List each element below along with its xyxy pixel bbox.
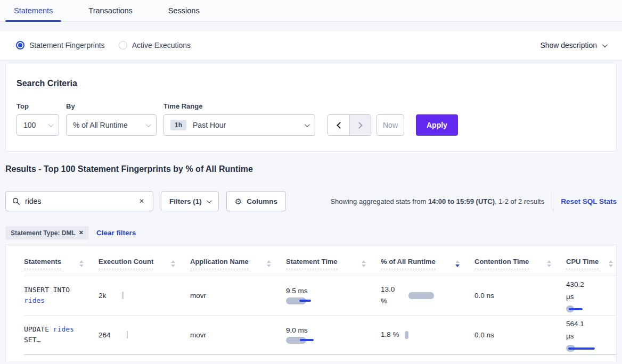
execution-count-cell: 264	[99, 315, 190, 354]
clear-search-icon[interactable]: ✕	[137, 196, 146, 206]
execution-count-cell: 2k	[99, 276, 190, 315]
time-range-select[interactable]: 1h Past Hour	[163, 114, 315, 136]
column-header-statements[interactable]: Statements	[24, 252, 99, 276]
reset-sql-stats-link[interactable]: Reset SQL Stats	[561, 197, 617, 205]
statement-cell: INSERT INTOrides	[24, 276, 99, 315]
remove-filter-icon[interactable]: ✕	[79, 229, 84, 236]
chevron-down-icon	[602, 42, 608, 47]
search-input[interactable]	[25, 197, 137, 205]
column-header-statement-time[interactable]: Statement Time	[286, 252, 381, 276]
top-select-value: 100	[23, 121, 36, 129]
time-range-label: Time Range	[163, 102, 315, 110]
view-toggle-bar: Statement FingerprintsActive Executions …	[0, 31, 622, 60]
statement-cell: UPDATE ridesSET…	[24, 315, 99, 354]
column-label[interactable]: Statements	[24, 258, 61, 269]
filters-button[interactable]: Filters (1)	[161, 191, 219, 211]
tab-statements[interactable]: Statements	[5, 0, 61, 21]
radio-statement-fingerprints[interactable]: Statement Fingerprints	[16, 41, 105, 49]
by-select-value: % of All Runtime	[73, 121, 128, 129]
value-bar	[286, 337, 306, 344]
gear-icon: ⚙	[235, 197, 242, 205]
column-label[interactable]: Contention Time	[474, 258, 529, 269]
sort-icon[interactable]	[171, 260, 175, 267]
radio-label: Statement Fingerprints	[29, 41, 105, 49]
statement-text: UPDATE	[24, 325, 53, 333]
contention-time-cell: 0.0 ns	[474, 276, 566, 315]
pct-runtime-cell: 1.8 %	[381, 315, 474, 354]
sort-icon[interactable]	[362, 260, 366, 267]
value-bar	[405, 331, 408, 339]
by-field: By % of All Runtime	[66, 102, 157, 136]
column-header-execution-count[interactable]: Execution Count	[99, 252, 190, 276]
sort-icon[interactable]	[547, 260, 551, 267]
radio-icon	[119, 41, 127, 49]
sort-icon[interactable]	[455, 260, 460, 267]
time-range-field: Time Range 1h Past Hour	[163, 102, 315, 136]
radio-active-executions[interactable]: Active Executions	[119, 41, 191, 49]
statement-time-cell: 9.5 ms	[286, 276, 381, 315]
columns-button[interactable]: ⚙ Columns	[226, 191, 286, 211]
chevron-down-icon	[48, 122, 54, 127]
top-field: Top 100	[17, 102, 59, 136]
radio-label: Active Executions	[132, 41, 191, 49]
table-row: INSERT INTOrides2kmovr9.5 ms13.0 %0.0 ns…	[24, 276, 616, 315]
value-bar	[408, 292, 434, 299]
statement-text: SET…	[24, 336, 40, 344]
column-header-cpu-time[interactable]: CPU Time	[566, 252, 616, 276]
top-select[interactable]: 100	[17, 114, 59, 136]
apply-button[interactable]: Apply	[416, 114, 458, 136]
statement-link[interactable]: rides	[53, 325, 74, 333]
columns-label: Columns	[247, 197, 277, 205]
search-criteria-card: Search Criteria Top 100 By % of All Runt…	[5, 63, 617, 152]
column-label[interactable]: Execution Count	[99, 258, 153, 269]
show-description-label: Show description	[540, 41, 597, 49]
sort-icon[interactable]	[609, 260, 613, 267]
search-icon	[12, 197, 20, 205]
time-range-value: Past Hour	[193, 121, 226, 129]
contention-time-cell: 0.0 ns	[474, 315, 566, 354]
clear-filters-link[interactable]: Clear filters	[96, 229, 136, 237]
by-select[interactable]: % of All Runtime	[66, 114, 157, 136]
column-label[interactable]: Statement Time	[286, 258, 338, 269]
results-toolbar: ✕ Filters (1) ⚙ Columns Showing aggregat…	[5, 191, 617, 212]
search-box[interactable]: ✕	[5, 191, 153, 211]
by-label: By	[66, 102, 157, 110]
previous-time-button[interactable]	[328, 115, 349, 135]
top-label: Top	[17, 102, 59, 110]
sort-icon[interactable]	[79, 260, 84, 267]
column-label[interactable]: Application Name	[190, 258, 249, 269]
column-header-application-name[interactable]: Application Name	[190, 252, 286, 276]
count-bar	[122, 292, 124, 299]
column-header--of-all-runtime[interactable]: % of All Runtime	[381, 252, 474, 276]
time-range-badge: 1h	[170, 120, 186, 130]
next-time-button[interactable]	[349, 115, 371, 135]
results-heading: Results - Top 100 Statement Fingerprints…	[5, 164, 617, 175]
status-text: Showing aggregated stats from 14:00 to 1…	[330, 197, 544, 205]
cpu-time-cell: 564.1 µs	[566, 315, 616, 354]
column-label[interactable]: CPU Time	[566, 258, 599, 269]
statements-table-card: StatementsExecution CountApplication Nam…	[5, 245, 617, 361]
chevron-down-icon	[207, 198, 212, 203]
tab-transactions[interactable]: Transactions	[80, 0, 141, 21]
column-label[interactable]: % of All Runtime	[381, 258, 436, 269]
table-row: UPDATE ridesSET…264movr9.0 ms1.8 %0.0 ns…	[24, 315, 616, 354]
statement-text: INSERT INTO	[24, 286, 70, 294]
sort-icon[interactable]	[267, 260, 271, 267]
statement-time-cell: 9.0 ms	[286, 315, 381, 354]
chevron-down-icon	[146, 122, 151, 127]
divider	[553, 192, 553, 211]
page-tabs: StatementsTransactionsSessions	[0, 0, 622, 22]
value-bar	[286, 297, 306, 304]
status-group: Showing aggregated stats from 14:00 to 1…	[330, 192, 617, 211]
statement-link[interactable]: rides	[24, 296, 45, 304]
value-bar	[566, 345, 575, 352]
show-description-toggle[interactable]: Show description	[540, 41, 606, 49]
filter-chip[interactable]: Statement Type: DML ✕	[5, 226, 89, 239]
application-name-cell: movr	[190, 315, 286, 354]
tab-sessions[interactable]: Sessions	[160, 0, 208, 21]
filters-label: Filters (1)	[169, 197, 202, 205]
now-button[interactable]: Now	[377, 114, 404, 136]
count-bar	[127, 331, 128, 338]
column-header-contention-time[interactable]: Contention Time	[474, 252, 566, 276]
value-bar	[566, 305, 574, 312]
